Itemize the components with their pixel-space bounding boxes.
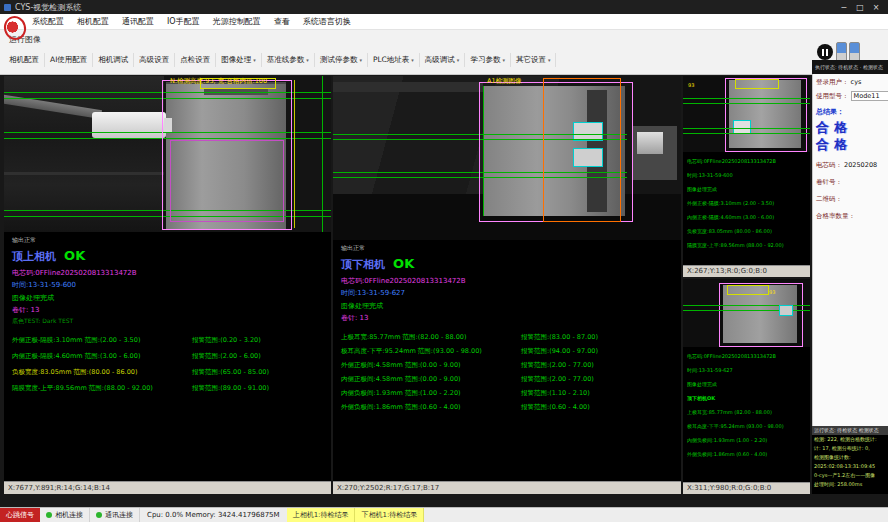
ok-status: OK [393, 256, 414, 271]
stat-line: 检测图像统计数: [812, 453, 888, 462]
toolbar-spot-check[interactable]: 点检设置 [175, 53, 216, 67]
camera-view-aux-top: 93 电芯码:0FFline2025020813313472B 时间:13-31… [683, 76, 810, 277]
toolbar-image-process[interactable]: 图像处理▾ [216, 53, 262, 67]
roi-rect-yellow [735, 79, 779, 89]
measurement-row: 外侧正极-隔膜:3.10mm 范围:(2.00 - 3.50) 报警范围:(0.… [12, 336, 323, 345]
pixel-coordinate-bar: X:267;Y:13;R:0;G:0;B:0 [683, 265, 810, 277]
camera-name: 顶上相机 [12, 250, 56, 263]
camera-image-bottom[interactable]: A1检测图像 [333, 76, 681, 240]
machinery-shape [4, 172, 164, 175]
image-annotation: N:检测高度:93; 宽:合格内值:100 [170, 77, 267, 86]
maximize-button[interactable]: □ [852, 3, 868, 12]
model-select[interactable]: Mode11 [851, 91, 888, 101]
pixel-coordinate-bar: X:311;Y:980;R:0;G:0;B:0 [683, 482, 810, 494]
cpu-memory-readout: Cpu: 0.0% Memory: 3424.41796875M [140, 508, 287, 522]
roi-rect-pink [725, 78, 807, 152]
image-annotation: A1检测图像 [487, 77, 522, 86]
toolbar-teststop-params[interactable]: 测试停参数▾ [315, 53, 368, 67]
process-status: 图像处理完成 [12, 293, 323, 303]
toolbar-advanced-settings[interactable]: 高级设置 [134, 53, 175, 67]
measure-line [322, 76, 323, 232]
statistics-header: 运行状态: 待检状态 检测状态 [812, 426, 888, 435]
menu-camera-config[interactable]: 相机配置 [77, 16, 109, 27]
camera-view-top: N:检测高度:93; 宽:合格内值:100 输出正常 顶上相机 OK 电芯码:0… [4, 76, 331, 494]
result-line: 电芯码:0FFline2025020813313472B [687, 154, 806, 168]
connector-shape [92, 112, 166, 138]
stat-line: 处理时间: 258.00ms [812, 480, 888, 489]
qrcode-label: 二维码： [816, 195, 842, 203]
pause-button[interactable] [817, 44, 833, 60]
close-button[interactable]: × [868, 3, 884, 12]
toolbar-advanced-debug[interactable]: 高级调试▾ [420, 53, 466, 67]
toolbar-other-settings[interactable]: 其它设置▾ [511, 53, 557, 67]
toolbar-baseline-params[interactable]: 基准线参数▾ [262, 53, 315, 67]
measure-line [683, 128, 810, 129]
menu-light-config[interactable]: 光源控制配置 [213, 16, 261, 27]
needle-number: 卷针: 13 [12, 305, 323, 315]
sub-header: 运行图像 相机配置 AI使用配置 相机调试 高级设置 点检设置 图像处理▾ 基准… [0, 30, 888, 75]
minimize-button[interactable]: ─ [836, 3, 852, 12]
status-bar: 心跳信号 相机连接 通讯连接 Cpu: 0.0% Memory: 3424.41… [0, 507, 888, 522]
toolbar-camera-debug[interactable]: 相机调试 [93, 53, 134, 67]
camera-image-aux-bottom[interactable]: 93 [683, 279, 810, 347]
image-annotation: 93 [688, 82, 694, 88]
bottom-camera-result: 下相机1:待检结果 [355, 508, 424, 522]
result-line: 内侧负极间:1.93mm (1.00 - 2.20) [687, 433, 806, 447]
menu-comm-config[interactable]: 通讯配置 [122, 16, 154, 27]
dropdown-arrow-icon: ▾ [457, 57, 460, 63]
comm-status-dot [96, 512, 102, 518]
result-line: 图像处理完成 [687, 377, 806, 391]
toolbar-ai-config[interactable]: AI使用配置 [45, 53, 93, 67]
window-title: CYS-视觉检测系统 [15, 2, 836, 13]
toolbar-camera-config[interactable]: 相机配置 [4, 53, 45, 67]
toolbar-plc-table[interactable]: PLC地址表▾ [368, 53, 420, 67]
toolbar-learning-params[interactable]: 学习参数▾ [465, 53, 511, 67]
needle-no-label: 卷针号： [816, 178, 842, 186]
measurement-table: 外侧正极-隔膜:3.10mm 范围:(2.00 - 3.50) 报警范围:(0.… [12, 336, 323, 393]
measurement-table: 上极耳宽:85.77mm 范围:(82.00 - 88.00) 报警范围:(83… [341, 333, 673, 412]
result-line: 电芯码:0FFline2025020813313472B [687, 349, 806, 363]
menu-language-switch[interactable]: 系统语言切换 [303, 16, 351, 27]
app-icon [4, 4, 11, 11]
result-line: 负极宽度:83.05mm (80.00 - 86.00) [687, 224, 806, 238]
dropdown-arrow-icon: ▾ [548, 57, 551, 63]
dropdown-arrow-icon: ▾ [306, 57, 309, 63]
result-line: 极耳高度-下平:95.24mm (93.00 - 98.00) [687, 419, 806, 433]
measurement-row: 隔膜宽度-上平:89.56mm 范围:(88.00 - 92.00) 报警范围:… [12, 384, 323, 393]
measurement-row: 外侧负极间:1.86mm 范围:(0.60 - 4.00) 报警范围:(0.60… [341, 403, 673, 412]
roi-rect-yellow [727, 285, 769, 295]
result-line: 顶下相机OK [687, 391, 806, 405]
menu-io-config[interactable]: IO手配置 [167, 16, 200, 27]
camera-image-top[interactable]: N:检测高度:93; 宽:合格内值:100 [4, 76, 331, 232]
result-line: 外侧负极间:1.86mm (0.60 - 4.00) [687, 447, 806, 461]
title-bar: CYS-视觉检测系统 ─ □ × [0, 0, 888, 14]
measurement-row: 外侧正极间:4.58mm 范围:(0.00 - 9.00) 报警范围:(2.00… [341, 361, 673, 370]
camera-status-dot [46, 512, 52, 518]
output-status: 输出正常 [341, 244, 673, 253]
stat-line: 0-cys一产1.2左右——图像 [812, 471, 888, 480]
stat-line: 2025:02:08-13:31:09:45 [812, 462, 888, 471]
pixel-coordinate-bar: X:270;Y:2502;R:17;G:17;B:17 [333, 481, 681, 494]
image-annotation: 93 [769, 289, 775, 295]
measure-line [683, 98, 810, 99]
dropdown-arrow-icon: ▾ [502, 57, 505, 63]
extra-status: 底色TEST: Dark TEST [12, 317, 323, 326]
pass-rate-label: 合格率数量： [816, 212, 855, 220]
camera-view-aux-bottom: 93 电芯码:0FFline2025020813313472B 时间:13-31… [683, 279, 810, 494]
needle-number: 卷针: 13 [341, 313, 673, 323]
result-line: 内侧正极-隔膜:4.60mm (3.00 - 6.00) [687, 210, 806, 224]
machinery-shape [333, 82, 483, 92]
result-line: 外侧正极-隔膜:3.10mm (2.00 - 3.50) [687, 196, 806, 210]
model-label: 使用型号： [816, 92, 849, 100]
cell-code-value: 20250208 [844, 161, 877, 169]
app-window: CYS-视觉检测系统 ─ □ × 系统配置 相机配置 通讯配置 IO手配置 光源… [0, 0, 888, 522]
result-line: 图像处理完成 [687, 182, 806, 196]
menu-view[interactable]: 查看 [274, 16, 290, 27]
execution-status-bar: 执行状态: 待机状态 · 检测状态 [812, 60, 888, 74]
camera-image-aux-top[interactable]: 93 [683, 76, 810, 152]
roi-window [779, 305, 793, 316]
menu-system-config[interactable]: 系统配置 [32, 16, 64, 27]
cell-code: 电芯码:0FFline2025020813313472B [341, 276, 673, 286]
cell-code: 电芯码:0FFline2025020813313472B [12, 268, 323, 278]
roi-rect-orange [543, 78, 621, 222]
